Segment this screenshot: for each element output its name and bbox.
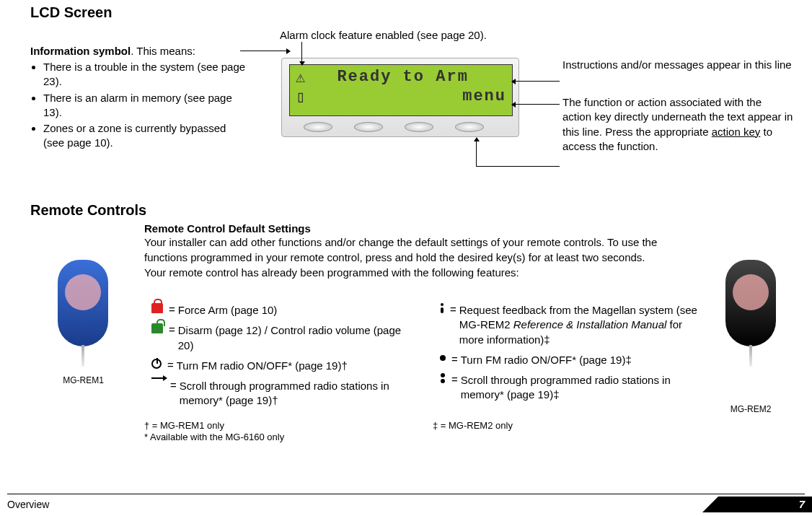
footer-section: Overview	[7, 499, 49, 510]
lcd-info-icon: ⚠	[296, 68, 306, 87]
footnote-star: * Available with the MG-6160 only	[144, 432, 284, 442]
map-fm-left: = Turn FM radio ON/OFF* (page 19)†	[151, 359, 418, 373]
lcd-line2-right: menu	[462, 87, 506, 107]
lcd-screen: ⚠ Ready to Arm ▯ menu	[289, 64, 513, 116]
arrow-right-icon	[151, 377, 164, 379]
remote-image-rem2	[725, 260, 776, 346]
dot-icon	[440, 355, 446, 361]
info-bullet-3: Zones or a zone is currently bypassed (s…	[43, 121, 247, 151]
remote-intro-text: Your installer can add other functions a…	[144, 235, 663, 280]
lcd-action-key-4	[455, 122, 484, 132]
info-icon	[440, 303, 444, 313]
lcd-device: ⚠ Ready to Arm ▯ menu	[281, 58, 519, 137]
arrow-alarm-to-lcd	[301, 42, 302, 62]
map-disarm-text: Disarm (page 12) / Control radio volume …	[178, 323, 418, 353]
lcd-action-key-2	[354, 122, 383, 132]
footer-page-tab: 7	[718, 497, 812, 512]
eq: =	[169, 303, 175, 315]
eq: =	[169, 323, 175, 336]
lock-closed-icon	[151, 303, 163, 313]
map-scroll-left-text: Scroll through programmed radio stations…	[180, 379, 418, 408]
alarm-note: Alarm clock feature enabled (see page 20…	[280, 29, 487, 41]
map-fm-left-text: Turn FM radio ON/OFF* (page 19)†	[177, 359, 418, 373]
map-feedback-b: Reference & Installation Manual	[513, 318, 667, 331]
arrow-line2-callout	[515, 104, 560, 105]
power-icon	[151, 359, 162, 369]
lcd-line1-text: Ready to Arm	[306, 68, 499, 87]
remote-image-rem1	[58, 260, 108, 346]
eq: =	[450, 303, 456, 315]
info-symbol-label: Information symbol	[30, 45, 131, 57]
arrow-actionkey-horiz	[476, 166, 560, 167]
remote-intro-block: Remote Control Default Settings Your ins…	[144, 222, 663, 280]
eq: =	[451, 373, 458, 385]
lcd-right-note-2b: action key	[712, 126, 761, 138]
eq: =	[451, 353, 458, 365]
info-symbol-list: There is a trouble in the system (see pa…	[30, 60, 247, 151]
map-feedback: = Request feedback from the Magellan sys…	[440, 303, 707, 347]
lcd-right-note-2: The function or action associated with t…	[562, 95, 793, 154]
heading-lcd: LCD Screen	[30, 4, 112, 21]
info-bullet-2: There is an alarm in memory (see page 13…	[43, 91, 247, 121]
map-force-arm-text: Force Arm (page 10)	[178, 303, 418, 318]
lcd-action-key-1	[304, 122, 332, 132]
footnote-dagger: † = MG-REM1 only	[144, 420, 224, 431]
info-bullet-1: There is a trouble in the system (see pa…	[43, 60, 247, 89]
eq: =	[170, 379, 177, 391]
footer-rule	[7, 494, 805, 494]
map-disarm: = Disarm (page 12) / Control radio volum…	[151, 323, 418, 353]
remote-label-rem2: MG-REM2	[718, 404, 783, 414]
lcd-action-key-3	[405, 122, 433, 132]
info-symbol-block: Information symbol. This means: There is…	[30, 45, 247, 152]
arrow-info-to-lcd	[240, 51, 287, 51]
map-feedback-text: Request feedback from the Magellan syste…	[459, 303, 707, 347]
map-fm-right-text: Turn FM radio ON/OFF* (page 19)‡	[461, 353, 707, 367]
remote-subheading: Remote Control Default Settings	[144, 222, 663, 235]
arrow-actionkey-up	[476, 141, 477, 166]
info-symbol-suffix: . This means:	[131, 45, 195, 57]
map-scroll-left: = Scroll through programmed radio statio…	[151, 379, 418, 408]
footnote-ddagger: ‡ = MG-REM2 only	[433, 420, 513, 431]
map-force-arm: = Force Arm (page 10)	[151, 303, 418, 318]
map-fm-right: = Turn FM radio ON/OFF* (page 19)‡	[440, 353, 707, 367]
two-dots-icon	[440, 373, 446, 383]
remote-label-rem1: MG-REM1	[49, 375, 118, 385]
heading-remote: Remote Controls	[30, 202, 146, 219]
map-scroll-right-text: Scroll through programmed radio stations…	[461, 373, 707, 403]
lcd-right-note-1: Instructions and/or messages appear in t…	[562, 58, 793, 72]
lcd-clock-icon: ▯	[296, 87, 306, 107]
lock-open-icon	[151, 323, 163, 333]
arrow-line1-callout	[515, 81, 560, 82]
footer-page-number: 7	[799, 498, 805, 510]
eq: =	[167, 359, 174, 371]
map-scroll-right: = Scroll through programmed radio statio…	[440, 373, 707, 403]
